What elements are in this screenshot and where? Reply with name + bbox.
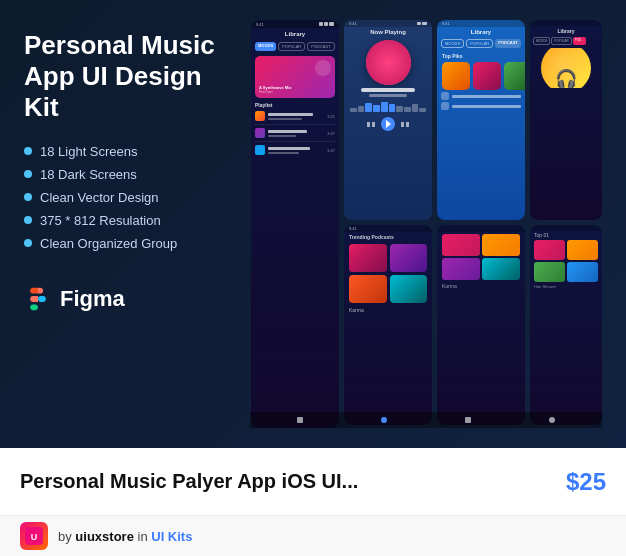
- feature-label-3: Clean Vector Design: [40, 190, 159, 205]
- headphone-emoji: 🎧: [555, 70, 577, 88]
- author-avatar: U: [20, 522, 48, 550]
- playing-album-art: [366, 40, 411, 85]
- album-artist-1: Red Open: [259, 90, 292, 94]
- status-time-2: 9:41: [349, 21, 357, 26]
- svg-text:U: U: [31, 532, 38, 542]
- wave-6: [389, 104, 396, 112]
- status-time-4: 9:41: [442, 21, 450, 26]
- song-info: [344, 88, 432, 97]
- tab-row: MOODS POPULAR PODCAST: [251, 40, 339, 53]
- playlist-item-2: 3:47: [255, 128, 335, 142]
- cg-thumb-2: [567, 240, 598, 260]
- playlist-title-bar-2: [268, 130, 307, 133]
- screens-wrapper: 9:41 Library MOODS POPULAR: [250, 20, 602, 428]
- cg-thumb-3: [534, 262, 565, 282]
- playlist-thumb-1: [255, 111, 265, 121]
- author-name[interactable]: uiuxstore: [75, 529, 134, 544]
- blue-song-thumb-1: [441, 92, 449, 100]
- play-triangle: [386, 120, 391, 128]
- cg-inner-1: [534, 240, 565, 260]
- playlist-title-bar-1: [268, 113, 313, 116]
- song-artist-bar: [369, 94, 407, 97]
- playlist-thumb-3: [255, 145, 265, 155]
- figma-badge: Figma: [24, 285, 234, 313]
- screen-col-2: 9:41 Now Playing: [344, 20, 432, 428]
- author-text: by uiuxstore in UI Kits: [58, 529, 192, 544]
- wave-1: [350, 108, 357, 112]
- author-separator: in: [138, 529, 148, 544]
- playlist-artist-bar-2: [268, 135, 296, 137]
- playlist-item-1: 3:21: [255, 111, 335, 125]
- blue-song-list: [437, 92, 525, 110]
- cg-bottom-label: Hair Shower: [530, 283, 602, 290]
- main-container: Personal Music App UI Design Kit 18 Ligh…: [0, 0, 626, 556]
- status-bar-top: 9:41: [344, 20, 432, 27]
- author-prefix: by: [58, 529, 72, 544]
- status-bar-trending: 9:41: [344, 225, 432, 232]
- podcast-grid: [344, 242, 432, 305]
- screen-1-full: 9:41 Library MOODS POPULAR: [251, 20, 339, 428]
- library-title: Library: [251, 28, 339, 40]
- karma-label: Karma: [344, 305, 432, 315]
- screen-col-1: 9:41 Library MOODS POPULAR: [251, 20, 339, 428]
- wave-5: [381, 102, 388, 112]
- screen-headphone: Library MOODS POPULAR POD... 🎧: [530, 20, 602, 220]
- album-list: A Synthwave Mix Red Open Playlist: [251, 56, 339, 155]
- store-icon: U: [25, 527, 43, 545]
- hp-tab-1: MOODS: [533, 37, 550, 45]
- bottom-nav-1: [251, 412, 339, 428]
- blue-song-bar-1: [452, 95, 521, 98]
- figma-icon: [24, 285, 52, 313]
- album-cover-art: [315, 60, 331, 76]
- status-time: 9:41: [256, 22, 264, 27]
- album-info: A Synthwave Mix Red Open: [259, 85, 292, 94]
- top-section: Personal Music App UI Design Kit 18 Ligh…: [0, 0, 626, 448]
- pik-thumb-3: [504, 62, 525, 90]
- podcast-thumb-2: [390, 244, 428, 272]
- status-icons: [319, 22, 334, 26]
- wave-9: [412, 104, 419, 112]
- screen-col-3: 9:41 Library MOODS POPULAR PODCAST Top P…: [437, 20, 525, 428]
- feature-item-1: 18 Light Screens: [24, 144, 234, 159]
- top-piks-scroll: [437, 60, 525, 92]
- moods-tab: MOODS: [255, 42, 276, 51]
- wave-10: [419, 108, 426, 112]
- status-icons-2: [417, 22, 427, 25]
- podcast-thumb-1: [349, 244, 387, 272]
- author-category[interactable]: UI Kits: [151, 529, 192, 544]
- blue-song-item-2: [441, 102, 521, 110]
- left-panel: Personal Music App UI Design Kit 18 Ligh…: [24, 20, 234, 428]
- song-title-bar: [361, 88, 414, 92]
- battery-icon: [329, 22, 334, 26]
- playlist-artist-bar-1: [268, 118, 302, 120]
- author-bar: U by uiuxstore in UI Kits: [0, 516, 626, 556]
- feature-label-2: 18 Dark Screens: [40, 167, 137, 182]
- trending-title: Trending Podcasts: [344, 232, 432, 242]
- bottom-section: Personal Music Palyer App iOS UI... $25 …: [0, 448, 626, 556]
- playlist-section-label: Playlist: [255, 102, 335, 108]
- playlist-duration-2: 3:47: [327, 131, 335, 136]
- screen-trending: 9:41 Trending Podcasts: [344, 225, 432, 425]
- play-button[interactable]: [381, 117, 395, 131]
- feature-dot-3: [24, 193, 32, 201]
- playlist-artist-bar-3: [268, 152, 299, 154]
- nav-icon-home: [297, 417, 303, 423]
- blue-song-thumb-2: [441, 102, 449, 110]
- playlist-duration-1: 3:21: [327, 114, 335, 119]
- feature-item-5: Clean Organized Group: [24, 236, 234, 251]
- headphone-area: 🎧: [530, 48, 602, 88]
- next-icon[interactable]: [401, 122, 409, 127]
- prev-icon[interactable]: [367, 122, 375, 127]
- feature-dot-5: [24, 239, 32, 247]
- play-controls: [344, 115, 432, 133]
- popular-tab: POPULAR: [278, 42, 305, 51]
- podcast-overlay-1: [349, 244, 387, 272]
- screen-dark-grid: 9:41 Karma: [437, 225, 525, 425]
- feature-list: 18 Light Screens 18 Dark Screens Clean V…: [24, 144, 234, 251]
- blue-song-bar-2: [452, 105, 521, 108]
- playlist-text-2: [268, 130, 324, 137]
- feature-item-3: Clean Vector Design: [24, 190, 234, 205]
- screen-color-grid: Top 01 Hair Shower: [530, 225, 602, 425]
- dark-grid: [437, 232, 525, 282]
- now-playing-title: Now Playing: [344, 27, 432, 37]
